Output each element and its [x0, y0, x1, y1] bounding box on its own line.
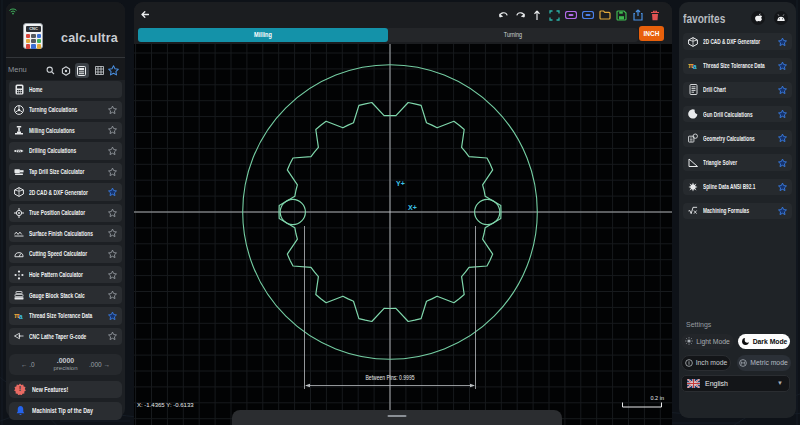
svg-text:a: a: [19, 313, 23, 320]
svg-text:Between Pins: 0.9995: Between Pins: 0.9995: [366, 374, 415, 381]
svg-text:!: !: [19, 385, 21, 392]
svg-text:Y+: Y+: [396, 180, 405, 187]
svg-text:a: a: [693, 63, 697, 70]
svg-text:X+: X+: [408, 204, 417, 211]
